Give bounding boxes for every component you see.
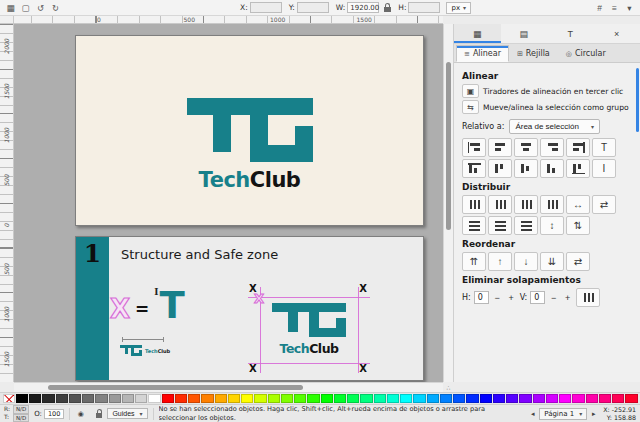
color-swatch[interactable] (16, 394, 28, 403)
color-swatch[interactable] (453, 394, 465, 403)
color-swatch[interactable] (294, 394, 306, 403)
exchange-positions-h-button[interactable]: ⇄ (592, 195, 616, 214)
color-swatch[interactable] (254, 394, 266, 403)
text-align-horizontal-button[interactable]: T (592, 138, 616, 157)
tab-alinear[interactable]: ≡ Alinear (456, 45, 509, 62)
color-swatch[interactable] (321, 394, 333, 403)
color-swatch[interactable] (347, 394, 359, 403)
layer-lock-toggle[interactable] (91, 409, 102, 418)
center-horizontal-axis-button[interactable] (514, 159, 538, 178)
align-top-to-anchor-bottom-button[interactable] (566, 159, 590, 178)
page-1-logo-card[interactable]: TechClub (75, 35, 424, 226)
center-vertical-axis-button[interactable] (514, 138, 538, 157)
lower-to-bottom-button[interactable]: ⇊ (540, 252, 564, 271)
color-swatch[interactable] (334, 394, 346, 403)
color-swatch[interactable] (122, 394, 134, 403)
color-swatch[interactable] (625, 394, 637, 403)
color-swatch[interactable] (29, 394, 41, 403)
distribute-left-edges-button[interactable] (462, 195, 486, 214)
color-swatch[interactable] (135, 394, 147, 403)
color-swatch[interactable] (307, 394, 319, 403)
lower-button[interactable]: ↓ (514, 252, 538, 271)
color-swatch[interactable] (241, 394, 253, 403)
lock-ratio-icon[interactable] (384, 7, 391, 12)
panel-scrollbar-thumb[interactable] (636, 68, 639, 132)
align-top-edges-button[interactable] (488, 159, 512, 178)
h-gap-increment-button[interactable]: + (506, 293, 517, 303)
tab-rejilla[interactable]: ⊞ Rejilla (509, 45, 558, 62)
color-swatch[interactable] (480, 394, 492, 403)
previous-page-button[interactable]: ◂ (528, 410, 537, 418)
raise-to-top-button[interactable]: ⇈ (462, 252, 486, 271)
color-swatch[interactable] (201, 394, 213, 403)
align-right-to-anchor-left-button[interactable] (462, 138, 486, 157)
color-swatch[interactable] (42, 394, 54, 403)
vertical-scrollbar-thumb[interactable] (446, 62, 451, 230)
toolbar-overflow-button[interactable]: ▾ (622, 1, 637, 14)
exchange-z-order-button[interactable]: ⇄ (566, 252, 590, 271)
text-align-vertical-button[interactable]: I (592, 159, 616, 178)
color-swatch[interactable] (281, 394, 293, 403)
dialog-close-button[interactable]: × (594, 24, 640, 43)
distribute-top-edges-button[interactable] (462, 216, 486, 235)
vertical-ruler[interactable]: 200015001000500050010001500 (0, 24, 14, 382)
color-swatch[interactable] (228, 394, 240, 403)
v-gap-field[interactable]: 0 (530, 291, 545, 304)
color-swatch[interactable] (268, 394, 280, 403)
page-2-structure-card[interactable]: 1 Structure and Safe zone X = I T X X X … (75, 236, 424, 381)
color-swatch[interactable] (188, 394, 200, 403)
panel-scrollbar[interactable] (636, 68, 639, 378)
h-gap-field[interactable]: 0 (474, 291, 489, 304)
horizontal-scrollbar-thumb[interactable] (48, 385, 303, 390)
color-swatch[interactable] (546, 394, 558, 403)
exchange-positions-v-button[interactable]: ⇅ (566, 216, 590, 235)
distribute-right-edges-button[interactable] (514, 195, 538, 214)
page-selector[interactable]: Página 1 ▾ (539, 408, 587, 420)
distribute-centers-v-button[interactable] (488, 216, 512, 235)
rotate-ccw-button[interactable]: ↺ (33, 1, 48, 14)
canvas-area[interactable]: TechClub 1 Structure and Safe zone X = I… (14, 24, 443, 382)
color-swatch[interactable] (148, 394, 160, 403)
tab-circular[interactable]: ◎ Circular (558, 45, 614, 62)
distribute-h-arrow-button[interactable]: ↔ (566, 195, 590, 214)
color-swatch[interactable] (109, 394, 121, 403)
unit-dropdown[interactable]: px ▾ (446, 2, 471, 14)
horizontal-ruler[interactable]: 050010001500 (14, 16, 443, 24)
align-bottom-to-anchor-top-button[interactable] (462, 159, 486, 178)
color-swatch[interactable] (82, 394, 94, 403)
color-swatch[interactable] (175, 394, 187, 403)
y-field[interactable] (297, 2, 329, 13)
vertical-scrollbar[interactable] (443, 24, 453, 382)
color-swatch[interactable] (162, 394, 174, 403)
color-swatch[interactable] (427, 394, 439, 403)
rotate-cw-button[interactable]: ↻ (48, 1, 63, 14)
fill-value[interactable]: N/D (13, 405, 29, 413)
layer-visibility-toggle[interactable]: ◉ (75, 410, 86, 418)
color-swatch[interactable] (440, 394, 452, 403)
dialog-tab-text[interactable]: T (547, 24, 594, 43)
width-field[interactable]: 1920.00 (347, 2, 379, 13)
deselect-button[interactable]: ▢ (18, 1, 33, 14)
equal-horizontal-gaps-button[interactable] (540, 195, 564, 214)
color-swatch[interactable] (69, 394, 81, 403)
color-swatch[interactable] (519, 394, 531, 403)
remove-overlaps-button[interactable] (576, 288, 600, 307)
color-swatch[interactable] (533, 394, 545, 403)
color-swatch[interactable] (413, 394, 425, 403)
select-all-button[interactable]: ▦ (3, 1, 18, 14)
stroke-value[interactable]: N/D (13, 414, 29, 422)
layer-dropdown[interactable]: Guides ▾ (107, 408, 147, 419)
color-swatch[interactable] (95, 394, 107, 403)
color-swatch[interactable] (466, 394, 478, 403)
snap-toggle-button[interactable]: # (592, 1, 607, 14)
v-gap-decrement-button[interactable]: − (548, 293, 559, 303)
next-page-button[interactable]: ▸ (589, 410, 598, 418)
align-right-edges-button[interactable] (540, 138, 564, 157)
relative-to-dropdown[interactable]: Área de selección ▾ (509, 119, 600, 134)
opacity-field[interactable]: 100 (44, 409, 64, 419)
color-swatch[interactable] (215, 394, 227, 403)
x-field[interactable] (250, 2, 282, 13)
horizontal-scrollbar[interactable] (14, 382, 443, 392)
equal-vertical-gaps-button[interactable] (514, 216, 538, 235)
h-gap-decrement-button[interactable]: − (492, 293, 503, 303)
